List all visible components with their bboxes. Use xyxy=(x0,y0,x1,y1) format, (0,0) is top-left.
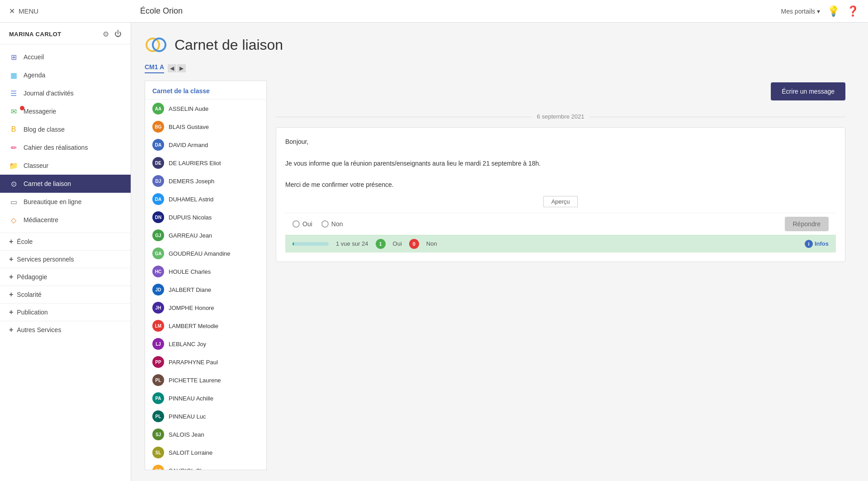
list-item[interactable]: PP PARAPHYNE Paul xyxy=(145,353,266,371)
list-item[interactable]: DE DE LAURIERS Eliot xyxy=(145,154,266,172)
menu-toggle[interactable]: ✕ MENU xyxy=(9,7,140,15)
avatar: JD xyxy=(152,284,164,295)
list-item[interactable]: DA DUHAMEL Astrid xyxy=(145,190,266,208)
avatar: PL xyxy=(152,374,164,386)
sidebar-nav: ⊞ Accueil ▦ Agenda ☰ Journal d'activités… xyxy=(0,44,131,233)
list-item[interactable]: DN DUPUIS Nicolas xyxy=(145,208,266,226)
help-icon[interactable]: ❓ xyxy=(847,5,859,17)
settings-icon[interactable]: ⚙ xyxy=(103,30,109,38)
student-name: SALOIS Jean xyxy=(169,431,204,438)
username-label: MARINA CARLOT xyxy=(9,31,61,38)
sidebar-section-services[interactable]: + Services personnels xyxy=(0,250,131,268)
student-name: GARREAU Jean xyxy=(169,232,212,239)
avatar: AA xyxy=(152,103,164,114)
tab-next[interactable]: ▶ xyxy=(177,64,186,72)
info-icon: i xyxy=(805,240,813,248)
tab-prev[interactable]: ◀ xyxy=(168,64,176,72)
avatar: DJ xyxy=(152,175,164,187)
list-item[interactable]: SL SALOIT Lorraine xyxy=(145,443,266,462)
list-item[interactable]: LM LAMBERT Melodie xyxy=(145,317,266,335)
power-icon[interactable]: ⏻ xyxy=(114,30,122,38)
write-message-button[interactable]: Écrire un message xyxy=(771,82,845,100)
sidebar-item-accueil[interactable]: ⊞ Accueil xyxy=(0,48,131,66)
sidebar-item-agenda[interactable]: ▦ Agenda xyxy=(0,66,131,84)
radio-group: Oui Non xyxy=(292,220,785,228)
sidebar-item-messagerie[interactable]: ✉ Messagerie xyxy=(0,102,131,120)
two-column-layout: Carnet de la classe AA ASSELIN Aude BG B… xyxy=(145,81,854,470)
agenda-icon: ▦ xyxy=(9,71,18,80)
list-item[interactable]: GJ GARREAU Jean xyxy=(145,226,266,244)
avatar: DN xyxy=(152,211,164,223)
student-name: BLAIS Gustave xyxy=(169,124,209,130)
sidebar-item-bureautique[interactable]: ▭ Bureautique en ligne xyxy=(0,193,131,211)
list-item[interactable]: BG BLAIS Gustave xyxy=(145,118,266,136)
list-item[interactable]: DA DAVID Armand xyxy=(145,136,266,154)
radio-non[interactable]: Non xyxy=(321,220,343,228)
page-title: Carnet de liaison xyxy=(175,37,283,53)
topbar-right: Mes portails ▾ 💡 ❓ xyxy=(781,5,859,17)
sidebar-label-classeur: Classeur xyxy=(24,162,48,169)
avatar: LM xyxy=(152,320,164,332)
avatar: LJ xyxy=(152,338,164,350)
list-item[interactable]: GA GOUDREAU Amandine xyxy=(145,244,266,262)
message-line3: Merci de me confirmer votre présence. xyxy=(285,180,836,190)
list-item[interactable]: HC HOULE Charles xyxy=(145,262,266,281)
badge-non: 0 xyxy=(409,239,419,249)
list-item[interactable]: SC SAURIOL Clemence xyxy=(145,462,266,470)
stats-views: 1 vue sur 24 xyxy=(336,240,368,247)
radio-oui-circle xyxy=(292,220,300,228)
progress-bar-fill xyxy=(292,242,294,246)
student-name: SAURIOL Clemence xyxy=(169,467,222,470)
list-item[interactable]: PL PINNEAU Luc xyxy=(145,407,266,425)
portails-dropdown[interactable]: Mes portails ▾ xyxy=(781,8,820,15)
sidebar-section-scolarite[interactable]: + Scolarité xyxy=(0,286,131,303)
sidebar-section-publication[interactable]: + Publication xyxy=(0,303,131,321)
sidebar-label-messagerie: Messagerie xyxy=(24,108,56,115)
message-line2: Je vous informe que la réunion parents/e… xyxy=(285,158,836,169)
sidebar-item-cahier[interactable]: ✏ Cahier des réalisations xyxy=(0,138,131,157)
sidebar-label-agenda: Agenda xyxy=(24,71,45,79)
avatar: PA xyxy=(152,392,164,404)
student-panel: Carnet de la classe AA ASSELIN Aude BG B… xyxy=(145,81,267,470)
tab-bar: CM1 A ◀ ▶ xyxy=(145,63,854,73)
sidebar-item-classeur[interactable]: 📁 Classeur xyxy=(0,157,131,175)
student-name: LEBLANC Joy xyxy=(169,341,206,348)
list-item[interactable]: LJ LEBLANC Joy xyxy=(145,335,266,353)
sidebar-item-media[interactable]: ◇ Médiacentre xyxy=(0,211,131,229)
messagerie-icon: ✉ xyxy=(9,107,18,116)
sidebar-section-pedagogie[interactable]: + Pédagogie xyxy=(0,268,131,286)
badge-oui: 1 xyxy=(376,239,386,249)
infos-link[interactable]: i Infos xyxy=(805,240,829,248)
sidebar-label-media: Médiacentre xyxy=(24,216,58,224)
list-item[interactable]: AA ASSELIN Aude xyxy=(145,100,266,118)
date-separator: 6 septembre 2021 xyxy=(276,113,845,120)
sidebar-item-blog[interactable]: B Blog de classe xyxy=(0,120,131,138)
main-layout: MARINA CARLOT ⚙ ⏻ ⊞ Accueil ▦ Agenda ☰ J… xyxy=(0,23,868,481)
list-item[interactable]: JH JOMPHE Honore xyxy=(145,299,266,317)
student-name: DEMERS Joseph xyxy=(169,178,214,185)
sidebar-item-carnet[interactable]: ⊙ Carnet de liaison xyxy=(0,175,131,193)
list-item[interactable]: JD JALBERT Diane xyxy=(145,281,266,299)
radio-oui[interactable]: Oui xyxy=(292,220,312,228)
section-label-ecole: École xyxy=(17,238,33,245)
plus-icon: + xyxy=(9,273,13,281)
sidebar-section-ecole[interactable]: + École xyxy=(0,233,131,250)
plus-icon: + xyxy=(9,291,13,299)
list-item[interactable]: DJ DEMERS Joseph xyxy=(145,172,266,190)
sidebar-user: MARINA CARLOT ⚙ ⏻ xyxy=(0,23,131,44)
page-header: Carnet de liaison xyxy=(145,33,854,56)
bulb-icon[interactable]: 💡 xyxy=(827,5,840,17)
apercu-button[interactable]: Aperçu xyxy=(543,196,577,207)
plus-icon: + xyxy=(9,308,13,316)
list-item[interactable]: SJ SALOIS Jean xyxy=(145,425,266,443)
stats-non-label: Non xyxy=(426,240,437,247)
tab-cm1a[interactable]: CM1 A xyxy=(145,63,164,73)
topbar: ✕ MENU École Orion Mes portails ▾ 💡 ❓ xyxy=(0,0,868,23)
repondre-button[interactable]: Répondre xyxy=(785,217,829,231)
stats-oui-label: Oui xyxy=(393,240,402,247)
list-item[interactable]: PL PICHETTE Laurene xyxy=(145,371,266,389)
sidebar-item-journal[interactable]: ☰ Journal d'activités xyxy=(0,84,131,102)
cahier-icon: ✏ xyxy=(9,143,18,152)
list-item[interactable]: PA PINNEAU Achille xyxy=(145,389,266,407)
sidebar-section-autres[interactable]: + Autres Services xyxy=(0,321,131,338)
